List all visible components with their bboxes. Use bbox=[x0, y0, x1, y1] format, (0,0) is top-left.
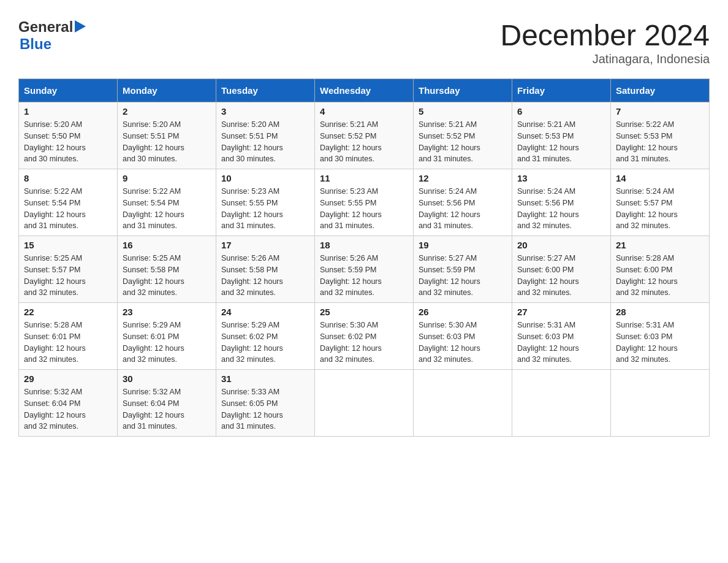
day-info: Sunrise: 5:21 AMSunset: 5:52 PMDaylight:… bbox=[320, 119, 408, 165]
col-header-tuesday: Tuesday bbox=[216, 79, 315, 102]
day-cell-17: 17Sunrise: 5:26 AMSunset: 5:58 PMDayligh… bbox=[216, 236, 315, 303]
day-cell-11: 11Sunrise: 5:23 AMSunset: 5:55 PMDayligh… bbox=[315, 169, 414, 236]
day-info: Sunrise: 5:31 AMSunset: 6:03 PMDaylight:… bbox=[517, 320, 605, 366]
day-number: 13 bbox=[517, 173, 605, 183]
day-cell-27: 27Sunrise: 5:31 AMSunset: 6:03 PMDayligh… bbox=[512, 303, 611, 370]
day-cell-30: 30Sunrise: 5:32 AMSunset: 6:04 PMDayligh… bbox=[118, 370, 216, 437]
week-row-4: 22Sunrise: 5:28 AMSunset: 6:01 PMDayligh… bbox=[19, 303, 710, 370]
day-number: 11 bbox=[320, 173, 408, 183]
day-cell-28: 28Sunrise: 5:31 AMSunset: 6:03 PMDayligh… bbox=[611, 303, 710, 370]
day-info: Sunrise: 5:25 AMSunset: 5:58 PMDaylight:… bbox=[123, 253, 211, 299]
day-number: 5 bbox=[419, 106, 507, 117]
day-info: Sunrise: 5:22 AMSunset: 5:54 PMDaylight:… bbox=[123, 186, 211, 232]
day-number: 8 bbox=[24, 173, 112, 183]
day-cell-19: 19Sunrise: 5:27 AMSunset: 5:59 PMDayligh… bbox=[414, 236, 512, 303]
day-info: Sunrise: 5:20 AMSunset: 5:51 PMDaylight:… bbox=[221, 119, 309, 165]
empty-cell bbox=[611, 370, 710, 437]
day-cell-23: 23Sunrise: 5:29 AMSunset: 6:01 PMDayligh… bbox=[118, 303, 216, 370]
svg-marker-0 bbox=[75, 20, 86, 33]
day-number: 10 bbox=[221, 173, 309, 183]
day-number: 6 bbox=[517, 106, 605, 117]
day-cell-31: 31Sunrise: 5:33 AMSunset: 6:05 PMDayligh… bbox=[216, 370, 315, 437]
day-number: 17 bbox=[221, 240, 309, 250]
day-number: 20 bbox=[517, 240, 605, 250]
day-info: Sunrise: 5:22 AMSunset: 5:53 PMDaylight:… bbox=[616, 119, 704, 165]
day-number: 2 bbox=[123, 106, 211, 117]
day-cell-8: 8Sunrise: 5:22 AMSunset: 5:54 PMDaylight… bbox=[19, 169, 118, 236]
day-number: 18 bbox=[320, 240, 408, 250]
day-cell-10: 10Sunrise: 5:23 AMSunset: 5:55 PMDayligh… bbox=[216, 169, 315, 236]
logo-blue-text: Blue bbox=[20, 36, 51, 52]
day-number: 29 bbox=[24, 373, 112, 384]
week-row-3: 15Sunrise: 5:25 AMSunset: 5:57 PMDayligh… bbox=[19, 236, 710, 303]
day-cell-5: 5Sunrise: 5:21 AMSunset: 5:52 PMDaylight… bbox=[414, 102, 512, 169]
week-row-1: 1Sunrise: 5:20 AMSunset: 5:50 PMDaylight… bbox=[19, 102, 710, 169]
title-section: December 2024 Jatinagara, Indonesia bbox=[500, 18, 710, 66]
day-number: 22 bbox=[24, 307, 112, 317]
location-subtitle: Jatinagara, Indonesia bbox=[500, 52, 710, 66]
day-info: Sunrise: 5:28 AMSunset: 6:01 PMDaylight:… bbox=[24, 320, 112, 366]
day-info: Sunrise: 5:20 AMSunset: 5:50 PMDaylight:… bbox=[24, 119, 112, 165]
day-info: Sunrise: 5:32 AMSunset: 6:04 PMDaylight:… bbox=[24, 386, 112, 432]
day-info: Sunrise: 5:29 AMSunset: 6:02 PMDaylight:… bbox=[221, 320, 309, 366]
day-number: 21 bbox=[616, 240, 704, 250]
calendar-table: SundayMondayTuesdayWednesdayThursdayFrid… bbox=[18, 79, 710, 437]
day-info: Sunrise: 5:27 AMSunset: 5:59 PMDaylight:… bbox=[419, 253, 507, 299]
day-info: Sunrise: 5:31 AMSunset: 6:03 PMDaylight:… bbox=[616, 320, 704, 366]
col-header-friday: Friday bbox=[512, 79, 611, 102]
day-info: Sunrise: 5:27 AMSunset: 6:00 PMDaylight:… bbox=[517, 253, 605, 299]
day-cell-22: 22Sunrise: 5:28 AMSunset: 6:01 PMDayligh… bbox=[19, 303, 118, 370]
col-header-thursday: Thursday bbox=[414, 79, 512, 102]
logo-triangle-icon bbox=[75, 20, 86, 35]
col-header-sunday: Sunday bbox=[19, 79, 118, 102]
day-cell-7: 7Sunrise: 5:22 AMSunset: 5:53 PMDaylight… bbox=[611, 102, 710, 169]
day-cell-18: 18Sunrise: 5:26 AMSunset: 5:59 PMDayligh… bbox=[315, 236, 414, 303]
month-title: December 2024 bbox=[500, 18, 710, 52]
day-number: 15 bbox=[24, 240, 112, 250]
day-info: Sunrise: 5:28 AMSunset: 6:00 PMDaylight:… bbox=[616, 253, 704, 299]
day-cell-4: 4Sunrise: 5:21 AMSunset: 5:52 PMDaylight… bbox=[315, 102, 414, 169]
page-header: General Blue December 2024 Jatinagara, I… bbox=[18, 18, 710, 66]
day-number: 7 bbox=[616, 106, 704, 117]
col-header-monday: Monday bbox=[118, 79, 216, 102]
day-number: 26 bbox=[419, 307, 507, 317]
day-info: Sunrise: 5:30 AMSunset: 6:03 PMDaylight:… bbox=[419, 320, 507, 366]
col-header-saturday: Saturday bbox=[611, 79, 710, 102]
day-info: Sunrise: 5:23 AMSunset: 5:55 PMDaylight:… bbox=[221, 186, 309, 232]
calendar-header-row: SundayMondayTuesdayWednesdayThursdayFrid… bbox=[19, 79, 710, 102]
day-number: 12 bbox=[419, 173, 507, 183]
week-row-5: 29Sunrise: 5:32 AMSunset: 6:04 PMDayligh… bbox=[19, 370, 710, 437]
day-cell-6: 6Sunrise: 5:21 AMSunset: 5:53 PMDaylight… bbox=[512, 102, 611, 169]
day-cell-15: 15Sunrise: 5:25 AMSunset: 5:57 PMDayligh… bbox=[19, 236, 118, 303]
day-info: Sunrise: 5:25 AMSunset: 5:57 PMDaylight:… bbox=[24, 253, 112, 299]
day-number: 31 bbox=[221, 373, 309, 384]
day-number: 27 bbox=[517, 307, 605, 317]
day-cell-14: 14Sunrise: 5:24 AMSunset: 5:57 PMDayligh… bbox=[611, 169, 710, 236]
day-info: Sunrise: 5:24 AMSunset: 5:56 PMDaylight:… bbox=[419, 186, 507, 232]
day-number: 28 bbox=[616, 307, 704, 317]
day-number: 4 bbox=[320, 106, 408, 117]
day-info: Sunrise: 5:24 AMSunset: 5:57 PMDaylight:… bbox=[616, 186, 704, 232]
logo: General Blue bbox=[18, 18, 86, 53]
day-info: Sunrise: 5:30 AMSunset: 6:02 PMDaylight:… bbox=[320, 320, 408, 366]
day-number: 24 bbox=[221, 307, 309, 317]
week-row-2: 8Sunrise: 5:22 AMSunset: 5:54 PMDaylight… bbox=[19, 169, 710, 236]
day-number: 3 bbox=[221, 106, 309, 117]
day-number: 1 bbox=[24, 106, 112, 117]
day-info: Sunrise: 5:23 AMSunset: 5:55 PMDaylight:… bbox=[320, 186, 408, 232]
day-info: Sunrise: 5:22 AMSunset: 5:54 PMDaylight:… bbox=[24, 186, 112, 232]
day-cell-20: 20Sunrise: 5:27 AMSunset: 6:00 PMDayligh… bbox=[512, 236, 611, 303]
day-info: Sunrise: 5:20 AMSunset: 5:51 PMDaylight:… bbox=[123, 119, 211, 165]
day-info: Sunrise: 5:21 AMSunset: 5:53 PMDaylight:… bbox=[517, 119, 605, 165]
col-header-wednesday: Wednesday bbox=[315, 79, 414, 102]
day-number: 25 bbox=[320, 307, 408, 317]
day-cell-2: 2Sunrise: 5:20 AMSunset: 5:51 PMDaylight… bbox=[118, 102, 216, 169]
day-number: 16 bbox=[123, 240, 211, 250]
day-cell-21: 21Sunrise: 5:28 AMSunset: 6:00 PMDayligh… bbox=[611, 236, 710, 303]
day-cell-29: 29Sunrise: 5:32 AMSunset: 6:04 PMDayligh… bbox=[19, 370, 118, 437]
day-info: Sunrise: 5:26 AMSunset: 5:58 PMDaylight:… bbox=[221, 253, 309, 299]
day-info: Sunrise: 5:29 AMSunset: 6:01 PMDaylight:… bbox=[123, 320, 211, 366]
day-info: Sunrise: 5:32 AMSunset: 6:04 PMDaylight:… bbox=[123, 386, 211, 432]
logo-general-text: General bbox=[18, 18, 73, 36]
day-cell-25: 25Sunrise: 5:30 AMSunset: 6:02 PMDayligh… bbox=[315, 303, 414, 370]
